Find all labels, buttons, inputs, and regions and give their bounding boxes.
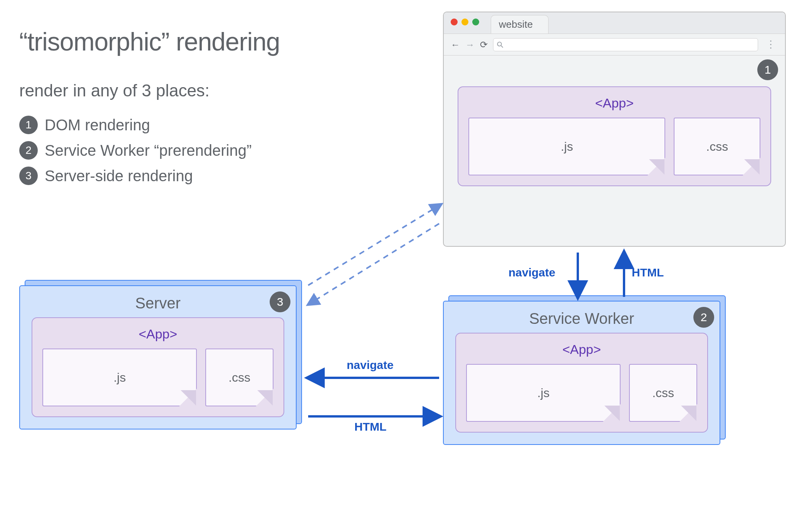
list-item: 3 Server-side rendering	[19, 167, 252, 185]
diagram-title: “trisomorphic” rendering	[19, 27, 280, 56]
address-bar: ⚲	[493, 38, 758, 51]
js-file-label: .js	[561, 140, 573, 154]
back-icon: ←	[451, 39, 460, 50]
app-card-server: <App> .js .css	[32, 317, 284, 417]
list-label-3: Server-side rendering	[45, 167, 193, 185]
maximize-icon	[472, 19, 479, 25]
js-file-label: .js	[537, 386, 550, 400]
arrow-label-html-horiz: HTML	[354, 420, 386, 433]
list-label-2: Service Worker “prerendering”	[45, 142, 252, 159]
kebab-icon: ⋮	[763, 39, 778, 51]
app-card-browser: <App> .js .css	[458, 86, 771, 186]
badge-sw: 2	[693, 307, 714, 328]
browser-tabbar: website	[444, 12, 785, 34]
app-label: <App>	[466, 342, 697, 357]
traffic-lights	[451, 19, 479, 25]
css-file-icon: .css	[674, 118, 760, 175]
js-file-icon: .js	[466, 364, 621, 422]
svg-line-5	[308, 224, 439, 305]
service-worker-title: Service Worker	[455, 310, 708, 327]
css-file-label: .css	[652, 386, 674, 400]
app-card-sw: <App> .js .css	[455, 333, 708, 433]
app-label: <App>	[42, 327, 273, 342]
browser-toolbar: ← → ⟳ ⚲ ⋮	[444, 34, 785, 56]
browser-window: website ← → ⟳ ⚲ ⋮ 1 <App> .js .css	[443, 12, 786, 247]
arrow-label-navigate-horiz: navigate	[347, 359, 394, 372]
js-file-icon: .js	[468, 118, 665, 175]
service-worker-box: 2 Service Worker <App> .js .css	[443, 301, 720, 445]
bullet-2: 2	[19, 141, 38, 160]
arrow-label-html-vert: HTML	[632, 266, 664, 279]
bullet-3: 3	[19, 167, 38, 185]
badge-browser: 1	[757, 59, 778, 80]
js-file-label: .js	[114, 371, 126, 385]
arrow-label-navigate-vert: navigate	[508, 266, 555, 279]
svg-line-4	[308, 204, 441, 285]
browser-tab: website	[491, 15, 549, 34]
js-file-icon: .js	[42, 349, 197, 406]
minimize-icon	[461, 19, 468, 25]
search-icon: ⚲	[495, 39, 506, 51]
diagram-subtitle: render in any of 3 places:	[19, 81, 210, 100]
list-item: 1 DOM rendering	[19, 116, 252, 134]
badge-server: 3	[270, 291, 290, 312]
places-list: 1 DOM rendering 2 Service Worker “preren…	[19, 116, 252, 192]
css-file-label: .css	[706, 140, 728, 154]
css-file-label: .css	[228, 371, 250, 385]
app-label: <App>	[468, 96, 760, 111]
css-file-icon: .css	[629, 364, 697, 422]
list-item: 2 Service Worker “prerendering”	[19, 141, 252, 160]
bullet-1: 1	[19, 116, 38, 134]
css-file-icon: .css	[205, 349, 273, 406]
reload-icon: ⟳	[480, 39, 488, 50]
browser-viewport: 1 <App> .js .css	[444, 56, 785, 200]
server-box: 3 Server <App> .js .css	[19, 285, 297, 429]
forward-icon: →	[465, 39, 475, 50]
list-label-1: DOM rendering	[45, 116, 150, 134]
close-icon	[451, 19, 458, 25]
server-title: Server	[32, 295, 284, 312]
